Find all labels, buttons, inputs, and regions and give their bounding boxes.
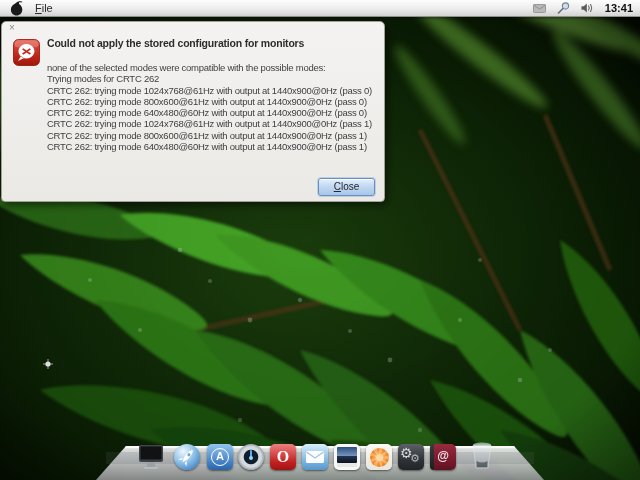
monitor-config-error-dialog: × Could not apply the stored configurati… bbox=[1, 21, 385, 202]
clock[interactable]: 13:41 bbox=[605, 2, 633, 14]
app-store-icon: A bbox=[211, 448, 229, 466]
trash-glass-icon bbox=[470, 441, 494, 471]
dock-item-system-tools[interactable]: ⚙ ⚙ bbox=[398, 444, 424, 470]
volume-tray-icon[interactable] bbox=[581, 3, 594, 13]
dock-item-launcher[interactable] bbox=[174, 444, 200, 470]
message-line: CRTC 262: trying mode 800x600@61Hz with … bbox=[47, 130, 372, 141]
rocket-icon bbox=[174, 444, 200, 470]
message-line: CRTC 262: trying mode 800x600@61Hz with … bbox=[47, 96, 372, 107]
dock-item-mail[interactable] bbox=[302, 444, 328, 470]
message-line: CRTC 262: trying mode 1024x768@61Hz with… bbox=[47, 118, 372, 129]
close-button[interactable]: Close bbox=[318, 178, 375, 196]
photo-icon bbox=[337, 447, 357, 463]
dock-item-contacts[interactable]: @ bbox=[430, 444, 456, 470]
dock-item-app-store[interactable]: A bbox=[207, 444, 233, 470]
search-tray-icon[interactable] bbox=[557, 2, 570, 14]
dialog-close-icon[interactable]: × bbox=[9, 23, 15, 33]
mail-tray-icon[interactable] bbox=[533, 4, 546, 13]
dock-item-opera[interactable]: O bbox=[270, 444, 296, 470]
menubar: File 13:41 bbox=[0, 0, 640, 17]
envelope-icon bbox=[306, 451, 324, 463]
dock-item-trash[interactable] bbox=[470, 441, 494, 471]
error-icon bbox=[13, 39, 40, 66]
message-line: CRTC 262: trying mode 640x480@60Hz with … bbox=[47, 107, 372, 118]
dock-item-time-machine[interactable] bbox=[238, 444, 264, 470]
gear-small-icon: ⚙ bbox=[410, 452, 420, 465]
dialog-message: none of the selected modes were compatib… bbox=[47, 62, 372, 152]
photo-frame bbox=[337, 463, 357, 467]
message-line: CRTC 262: trying mode 1024x768@61Hz with… bbox=[47, 85, 372, 96]
message-line: CRTC 262: trying mode 640x480@60Hz with … bbox=[47, 141, 372, 152]
dock-item-media-player[interactable] bbox=[366, 444, 392, 470]
desktop: A O ⚙ ⚙ @ bbox=[0, 0, 640, 480]
dock-item-computer[interactable] bbox=[138, 444, 164, 470]
computer-display-icon bbox=[138, 444, 164, 470]
message-line: none of the selected modes were compatib… bbox=[47, 62, 372, 73]
message-line: Trying modes for CRTC 262 bbox=[47, 73, 372, 84]
book-spine bbox=[430, 444, 434, 470]
system-tray: 13:41 bbox=[533, 2, 640, 14]
pear-logo-icon[interactable] bbox=[9, 1, 23, 16]
dock-item-photos[interactable] bbox=[334, 444, 360, 470]
dialog-title: Could not apply the stored configuration… bbox=[47, 37, 304, 49]
menu-file[interactable]: File bbox=[30, 0, 58, 16]
orange-slice-icon bbox=[370, 448, 389, 467]
clock-center-icon bbox=[249, 456, 253, 460]
